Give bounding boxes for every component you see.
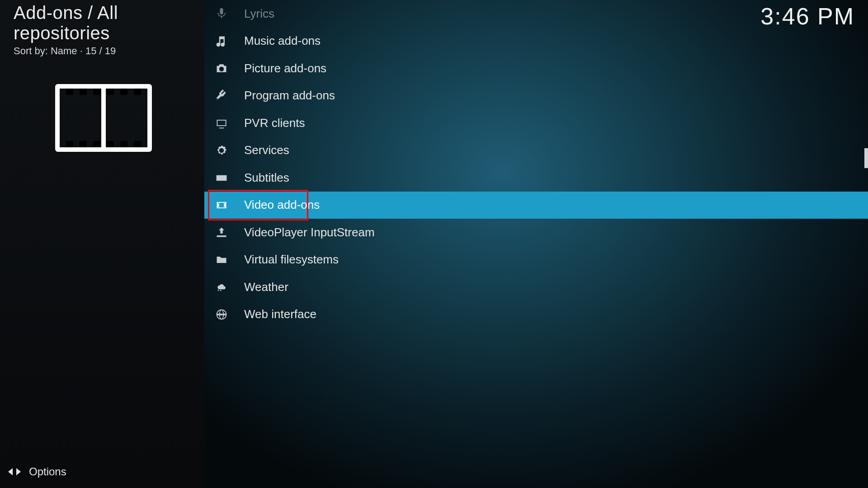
list-item-label: Program add-ons [244,89,335,103]
list-item[interactable]: Virtual filesystems [204,246,868,274]
list-item-label: Services [244,143,289,157]
options-button[interactable]: Options [7,465,66,478]
keyboard-icon [214,170,229,185]
list-item-label: Picture add-ons [244,61,326,75]
list-item[interactable]: VideoPlayer InputStream [204,219,868,246]
list-item[interactable]: Picture add-ons [204,55,868,82]
list-item[interactable]: Weather [204,273,868,301]
list-item[interactable]: Program add-ons [204,82,868,110]
list-item-label: Web interface [244,307,316,321]
folder-icon [214,253,229,267]
sort-sep: · [77,45,85,56]
camera-icon [214,61,229,75]
list-item-label: VideoPlayer InputStream [244,225,375,239]
film-icon [214,198,229,212]
film-icon [55,84,152,152]
list-item[interactable]: Web interface [204,301,868,328]
list-item[interactable]: Music add-ons [204,28,868,55]
tools-icon [214,89,229,103]
list-item-label: Virtual filesystems [244,253,339,267]
header: Add-ons / All repositories Sort by: Name… [14,3,204,57]
music-icon [214,34,229,48]
addon-category-list[interactable]: LyricsMusic add-onsPicture add-onsProgra… [204,0,868,488]
list-position: 15 / 19 [85,45,116,56]
list-item-label: Subtitles [244,171,289,185]
list-item-label: Lyrics [244,7,274,21]
list-item-label: PVR clients [244,116,305,130]
weather-icon [214,280,229,294]
mic-icon [214,6,229,21]
list-item[interactable]: Subtitles [204,164,868,192]
list-item[interactable]: PVR clients [204,109,868,137]
options-label: Options [29,465,66,478]
gear-icon [214,143,229,158]
app-root: Add-ons / All repositories Sort by: Name… [0,0,868,488]
sidebar: Add-ons / All repositories Sort by: Name… [0,0,204,488]
list-item-label: Music add-ons [244,34,321,48]
list-item[interactable]: Lyrics [204,0,868,28]
list-item[interactable]: Video add-ons [204,192,868,219]
category-thumbnail [55,84,152,152]
list-item-label: Video add-ons [244,198,320,212]
sort-value[interactable]: Name [51,45,77,56]
options-icon [7,466,21,477]
tv-icon [214,116,229,130]
sort-line: Sort by: Name · 15 / 19 [14,45,204,57]
list-item[interactable]: Services [204,137,868,164]
scrollbar-thumb[interactable] [864,148,868,168]
upload-icon [214,225,229,239]
breadcrumb: Add-ons / All repositories [14,3,204,43]
globe-icon [214,307,229,322]
sort-prefix: Sort by: [14,45,51,56]
list-item-label: Weather [244,280,288,294]
